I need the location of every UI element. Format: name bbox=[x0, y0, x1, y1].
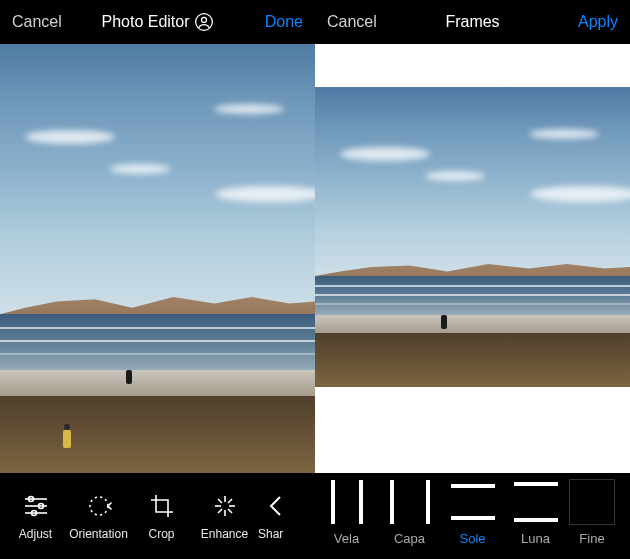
chevron-left-icon bbox=[261, 491, 291, 521]
svg-point-8 bbox=[90, 497, 108, 515]
tool-adjust[interactable]: Adjust bbox=[4, 491, 67, 541]
frames-pane: Cancel Frames Apply bbox=[315, 0, 630, 559]
frame-label: Vela bbox=[334, 531, 359, 546]
user-icon[interactable] bbox=[194, 12, 214, 32]
frame-thumb-icon bbox=[569, 479, 615, 525]
frames-canvas[interactable] bbox=[315, 44, 630, 473]
tool-sharpen[interactable]: Shar bbox=[256, 491, 296, 541]
editor-pane: Cancel Photo Editor Done bbox=[0, 0, 315, 559]
cancel-button[interactable]: Cancel bbox=[327, 13, 377, 31]
frames-title-text: Frames bbox=[445, 13, 499, 31]
editor-title-text: Photo Editor bbox=[101, 13, 189, 31]
frame-thumb-icon bbox=[387, 479, 433, 525]
editor-header: Cancel Photo Editor Done bbox=[0, 0, 315, 44]
editor-canvas[interactable] bbox=[0, 44, 315, 473]
frame-label: Sole bbox=[459, 531, 485, 546]
frame-label: Luna bbox=[521, 531, 550, 546]
svg-point-1 bbox=[201, 17, 206, 22]
frame-thumb-icon bbox=[513, 479, 559, 525]
frames-header: Cancel Frames Apply bbox=[315, 0, 630, 44]
frame-option-vela[interactable]: Vela bbox=[315, 479, 378, 546]
frame-preview bbox=[315, 44, 630, 473]
apply-button[interactable]: Apply bbox=[578, 13, 618, 31]
tool-enhance[interactable]: Enhance bbox=[193, 491, 256, 541]
frames-toolbar: Vela Capa Sole Luna Fine bbox=[315, 473, 630, 559]
sliders-icon bbox=[21, 491, 51, 521]
tool-label: Shar bbox=[258, 527, 283, 541]
tool-label: Crop bbox=[148, 527, 174, 541]
wand-icon bbox=[210, 491, 240, 521]
svg-point-0 bbox=[195, 14, 212, 31]
crop-icon bbox=[147, 491, 177, 521]
svg-line-13 bbox=[218, 499, 222, 503]
tool-crop[interactable]: Crop bbox=[130, 491, 193, 541]
tool-label: Enhance bbox=[201, 527, 248, 541]
svg-line-14 bbox=[228, 509, 232, 513]
done-button[interactable]: Done bbox=[265, 13, 303, 31]
frame-label: Capa bbox=[394, 531, 425, 546]
frame-option-capa[interactable]: Capa bbox=[378, 479, 441, 546]
editor-toolbar: Adjust Orientation Crop Enhance bbox=[0, 473, 315, 559]
svg-line-15 bbox=[228, 499, 232, 503]
svg-line-16 bbox=[218, 509, 222, 513]
rotate-icon bbox=[84, 491, 114, 521]
frame-bottom-bar bbox=[315, 387, 630, 473]
frame-thumb-icon bbox=[450, 479, 496, 525]
frame-top-bar bbox=[315, 44, 630, 87]
frame-option-fine[interactable]: Fine bbox=[567, 479, 617, 546]
frame-option-sole[interactable]: Sole bbox=[441, 479, 504, 546]
app-root: Cancel Photo Editor Done bbox=[0, 0, 630, 559]
frame-option-luna[interactable]: Luna bbox=[504, 479, 567, 546]
tool-label: Orientation bbox=[69, 527, 128, 541]
frame-thumb-icon bbox=[324, 479, 370, 525]
cancel-button[interactable]: Cancel bbox=[12, 13, 62, 31]
tool-orientation[interactable]: Orientation bbox=[67, 491, 130, 541]
frame-label: Fine bbox=[579, 531, 604, 546]
photo-preview bbox=[0, 44, 315, 473]
tool-label: Adjust bbox=[19, 527, 52, 541]
